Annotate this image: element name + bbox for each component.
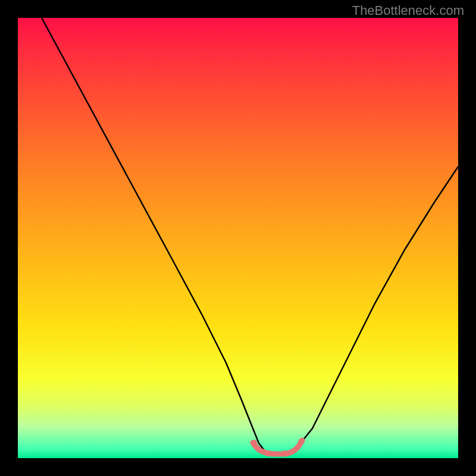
highlight-dot-mid2 <box>281 450 287 456</box>
chart-frame: TheBottleneck.com <box>0 0 476 476</box>
highlight-dot-mid1 <box>265 450 271 456</box>
plot-area <box>18 18 458 458</box>
watermark-text: TheBottleneck.com <box>352 3 464 18</box>
highlight-dot-right <box>298 439 304 444</box>
highlight-dot-left <box>251 440 257 446</box>
curve-line <box>42 18 458 453</box>
highlight-segment <box>253 440 302 454</box>
bottleneck-curve <box>18 18 458 458</box>
